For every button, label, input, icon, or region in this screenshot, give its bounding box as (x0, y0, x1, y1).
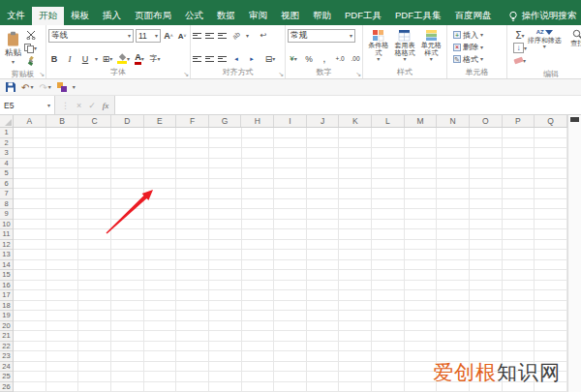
grid-cell[interactable] (372, 372, 405, 382)
grid-cell[interactable] (176, 159, 209, 169)
align-center-button[interactable] (205, 56, 214, 62)
grid-cell[interactable] (78, 382, 111, 392)
grid-cell[interactable] (470, 331, 503, 342)
grid-cell[interactable] (176, 331, 209, 342)
row-header-15[interactable]: 15 (0, 270, 13, 281)
grid-cell[interactable] (111, 148, 144, 159)
grid-cell[interactable] (111, 220, 144, 230)
grid-cell[interactable] (14, 362, 46, 373)
grid-cell[interactable] (372, 311, 405, 321)
grid-cell[interactable] (307, 179, 340, 190)
row-header-6[interactable]: 6 (0, 179, 13, 190)
grid-cell[interactable] (470, 220, 503, 230)
grid-cell[interactable] (470, 179, 503, 190)
grid-cell[interactable] (144, 331, 177, 342)
grid-cell[interactable] (144, 351, 177, 362)
grid-cell[interactable] (46, 148, 79, 159)
grid-cell[interactable] (78, 351, 111, 362)
grid-cell[interactable] (78, 342, 111, 352)
grid-cell[interactable] (339, 168, 372, 179)
tab-data[interactable]: 数据 (210, 7, 242, 25)
grid-cell[interactable] (14, 281, 46, 291)
grid-cell[interactable] (78, 311, 111, 321)
grid-cell[interactable] (307, 321, 340, 332)
grid-cell[interactable] (46, 270, 79, 281)
grid-cell[interactable] (274, 220, 307, 230)
font-color-button[interactable]: A▾ (134, 52, 145, 65)
format-painter-button[interactable] (24, 54, 37, 67)
grid-cell[interactable] (274, 362, 307, 373)
grid-cell[interactable] (372, 229, 405, 240)
tab-baidu-netdisk[interactable]: 百度网盘 (448, 7, 499, 25)
row-header-17[interactable]: 17 (0, 290, 13, 301)
grid-cell[interactable] (470, 148, 503, 159)
grid-cell[interactable] (437, 311, 470, 321)
grid-cell[interactable] (242, 301, 275, 312)
grid-cell[interactable] (14, 382, 46, 392)
grid-cell[interactable] (274, 290, 307, 301)
grid-cell[interactable] (470, 321, 503, 332)
grid-cell[interactable] (14, 250, 46, 260)
grid-cell[interactable] (307, 148, 340, 159)
grid-cell[interactable] (503, 199, 535, 210)
grid-cell[interactable] (372, 290, 405, 301)
sort-filter-button[interactable]: AZ 排序和筛选 ▾ (527, 27, 562, 69)
grid-cell[interactable] (372, 148, 405, 159)
grid-cell[interactable] (339, 220, 372, 230)
grid-cell[interactable] (339, 331, 372, 342)
delete-cells-button[interactable]: ×删除▾ (453, 42, 505, 53)
grid-cell[interactable] (372, 138, 405, 149)
grid-cell[interactable] (405, 199, 438, 210)
grid-cell[interactable] (46, 220, 79, 230)
grid-cell[interactable] (242, 250, 275, 260)
grid-cell[interactable] (176, 270, 209, 281)
grid-cell[interactable] (503, 260, 535, 271)
grid-cell[interactable] (339, 229, 372, 240)
grid-cell[interactable] (209, 128, 242, 138)
grid-cell[interactable] (437, 179, 470, 190)
grid-cell[interactable] (176, 229, 209, 240)
grid-cell[interactable] (307, 189, 340, 199)
grid-cell[interactable] (274, 311, 307, 321)
grid-cell[interactable] (405, 250, 438, 260)
grid-cell[interactable] (503, 168, 535, 179)
grid-cell[interactable] (274, 270, 307, 281)
grid-cell[interactable] (242, 220, 275, 230)
grid-cell[interactable] (176, 199, 209, 210)
grid-cell[interactable] (405, 260, 438, 271)
grid-cell[interactable] (176, 128, 209, 138)
phonetic-guide-button[interactable]: 字▾ (149, 52, 161, 65)
grid-cell[interactable] (437, 229, 470, 240)
grid-cell[interactable] (405, 159, 438, 169)
grid-cell[interactable] (535, 260, 567, 271)
grid-cell[interactable] (242, 148, 275, 159)
grid-cell[interactable] (209, 159, 242, 169)
grid-cell[interactable] (535, 179, 567, 190)
grid-cell[interactable] (14, 342, 46, 352)
decrease-indent-button[interactable]: ◂ (230, 52, 242, 65)
grid-cell[interactable] (405, 321, 438, 332)
grid-cell[interactable] (503, 128, 535, 138)
grid-cell[interactable] (111, 209, 144, 220)
grid-cell[interactable] (209, 260, 242, 271)
grid-cell[interactable] (372, 159, 405, 169)
grid-cell[interactable] (437, 290, 470, 301)
grid-cell[interactable] (46, 189, 79, 199)
grid-cell[interactable] (78, 199, 111, 210)
merge-center-button[interactable]: ⊟▾ (264, 52, 276, 65)
grid-cell[interactable] (503, 229, 535, 240)
grid-cell[interactable] (274, 229, 307, 240)
grid-cell[interactable] (176, 290, 209, 301)
increase-decimal-button[interactable]: +.0 (334, 52, 346, 65)
grid-cell[interactable] (503, 331, 535, 342)
grid-cell[interactable] (111, 351, 144, 362)
grid-cell[interactable] (437, 342, 470, 352)
fill-button[interactable]: ↓▾ (513, 42, 527, 54)
grid-cell[interactable] (144, 159, 177, 169)
grid-cell[interactable] (209, 148, 242, 159)
grid-cell[interactable] (405, 281, 438, 291)
grid-cell[interactable] (535, 281, 567, 291)
grid-cell[interactable] (46, 311, 79, 321)
grid-cell[interactable] (242, 229, 275, 240)
row-header-2[interactable]: 2 (0, 138, 13, 149)
